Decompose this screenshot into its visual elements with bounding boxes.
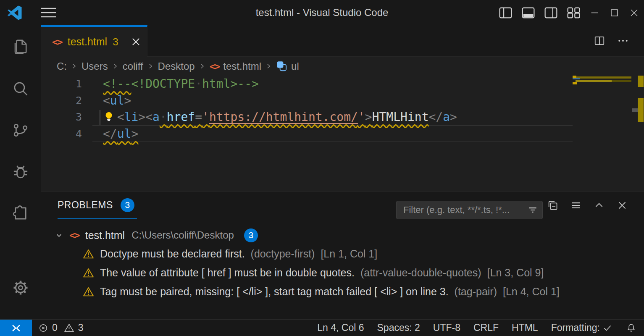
line-number: 2: [41, 92, 82, 109]
statusbar-item-formatting[interactable]: Formatting:: [551, 322, 612, 333]
errors-icon: [38, 323, 48, 333]
code-area[interactable]: 1<!--<!DOCTYPE·html>-->2<ul>3 <li><a·hre…: [41, 76, 573, 142]
token: ': [202, 110, 209, 124]
problem-row[interactable]: Doctype must be declared first.(doctype-…: [41, 244, 644, 263]
token: >: [365, 110, 372, 124]
notifications-bell-icon[interactable]: [626, 323, 636, 333]
view-as-table-icon[interactable]: [570, 200, 582, 211]
breadcrumb-item-test-html[interactable]: test.html: [223, 60, 261, 72]
maximize-button[interactable]: [605, 0, 624, 25]
problem-message: Tag must be paired, missing: [ </li> ], …: [100, 286, 449, 298]
maximize-panel-icon[interactable]: [593, 200, 605, 211]
menu-hamburger-icon[interactable]: [41, 7, 57, 18]
run-debug-icon[interactable]: [0, 151, 41, 192]
chevron-down-icon[interactable]: [54, 230, 64, 241]
statusbar-item-cursor-position[interactable]: Ln 4, Col 6: [317, 322, 364, 333]
close-window-button[interactable]: [624, 0, 644, 25]
token: >: [131, 127, 138, 141]
lightbulb-icon[interactable]: [103, 111, 115, 123]
line-number: 3: [41, 109, 82, 126]
token: https://htmlhint.com/: [209, 110, 358, 124]
token: >: [138, 110, 145, 124]
token: <: [117, 110, 124, 124]
tab-test-html[interactable]: <> test.html 3: [41, 25, 147, 57]
problem-message: Doctype must be declared first.: [100, 248, 245, 260]
problem-position: [Ln 4, Col 1]: [503, 286, 560, 298]
breadcrumb-item-c-[interactable]: C:: [57, 60, 67, 72]
source-control-icon[interactable]: [0, 109, 41, 151]
token: a: [152, 110, 160, 124]
close-panel-icon[interactable]: [616, 200, 628, 211]
overview-ruler[interactable]: [632, 76, 644, 191]
breadcrumb-item-desktop[interactable]: Desktop: [158, 60, 195, 72]
extensions-icon[interactable]: [0, 192, 41, 234]
tab-problems-count: 3: [113, 36, 118, 48]
overview-cursor-mark: [632, 108, 638, 112]
tab-bar: <> test.html 3: [41, 25, 644, 57]
panel-actions: [547, 192, 628, 219]
minimap-warning-mark: [576, 76, 631, 79]
search-icon[interactable]: [0, 68, 41, 109]
customize-layout-icon[interactable]: [562, 0, 585, 25]
breadcrumb-item-ul[interactable]: ul: [291, 60, 299, 72]
token: <: [145, 110, 152, 124]
token: ul: [117, 127, 131, 141]
warnings-count: 3: [78, 322, 84, 333]
remote-indicator[interactable]: [0, 320, 32, 336]
tab-problems[interactable]: PROBLEMS 3: [58, 192, 137, 219]
problem-row[interactable]: The value of attribute [ href ] must be …: [41, 263, 644, 282]
problem-row[interactable]: Tag must be paired, missing: [ </li> ], …: [41, 282, 644, 301]
html-file-icon: <>: [210, 61, 220, 72]
code-text: <!--<!DOCTYPE·html>-->: [82, 76, 259, 92]
token: ·: [160, 110, 167, 124]
minimap-warning-mark: [612, 80, 631, 82]
errors-count: 0: [52, 322, 58, 333]
toggle-sidebar-left-icon[interactable]: [494, 0, 517, 25]
problems-status-item[interactable]: 0 3: [38, 322, 86, 333]
split-editor-icon[interactable]: [594, 35, 605, 47]
statusbar-item-indentation[interactable]: Spaces: 2: [377, 322, 420, 333]
more-actions-icon[interactable]: [617, 35, 629, 47]
problem-rule: (attr-value-double-quotes): [360, 267, 481, 279]
token: >: [124, 94, 131, 108]
status-bar: 0 3 Ln 4, Col 6Spaces: 2UTF-8CRLFHTMLFor…: [0, 319, 644, 336]
token: >: [450, 110, 457, 124]
minimize-button[interactable]: [585, 0, 605, 25]
editor[interactable]: 1<!--<!DOCTYPE·html>-->2<ul>3 <li><a·hre…: [41, 76, 644, 191]
token: <: [103, 94, 110, 108]
check-icon: [602, 323, 612, 333]
token: HTMLHint: [372, 110, 429, 124]
statusbar-item-language-mode[interactable]: HTML: [512, 322, 538, 333]
problem-position: [Ln 3, Col 9]: [487, 267, 544, 279]
token: ': [358, 110, 365, 124]
token: </: [103, 127, 117, 141]
statusbar-item-encoding[interactable]: UTF-8: [433, 322, 460, 333]
problem-rule: (doctype-first): [251, 248, 315, 260]
breadcrumb-item-coliff[interactable]: coliff: [123, 60, 143, 72]
problems-file-row[interactable]: <> test.html C:\Users\coliff\Desktop 3: [41, 226, 644, 244]
statusbar-item-eol[interactable]: CRLF: [473, 322, 499, 333]
settings-gear-icon[interactable]: [0, 267, 41, 308]
problems-list: Doctype must be declared first.(doctype-…: [41, 244, 644, 301]
token: li: [124, 110, 139, 124]
minimap-code-mark: [573, 78, 580, 79]
line-number: 1: [41, 76, 82, 92]
toggle-panel-icon[interactable]: [517, 0, 539, 25]
problems-file-path: C:\Users\coliff\Desktop: [131, 229, 234, 241]
token: href: [167, 110, 195, 124]
tab-close-icon[interactable]: [131, 37, 140, 46]
collapse-all-icon[interactable]: [547, 200, 559, 211]
filter-icon: [527, 205, 538, 215]
warning-icon: [83, 248, 94, 260]
code-line-3: 3 <li><a·href='https://htmlhint.com/'>HT…: [41, 109, 573, 126]
link-text: https://htmlhint.com/: [209, 110, 358, 124]
problems-tab-label: PROBLEMS: [58, 200, 113, 211]
token: </: [428, 110, 443, 124]
problems-filter-input[interactable]: [403, 205, 527, 215]
breadcrumb-item-users[interactable]: Users: [81, 60, 108, 72]
overview-warning-mark: [638, 98, 644, 122]
token: =: [195, 110, 202, 124]
explorer-icon[interactable]: [0, 26, 41, 68]
minimap[interactable]: [573, 76, 632, 191]
toggle-sidebar-right-icon[interactable]: [539, 0, 562, 25]
